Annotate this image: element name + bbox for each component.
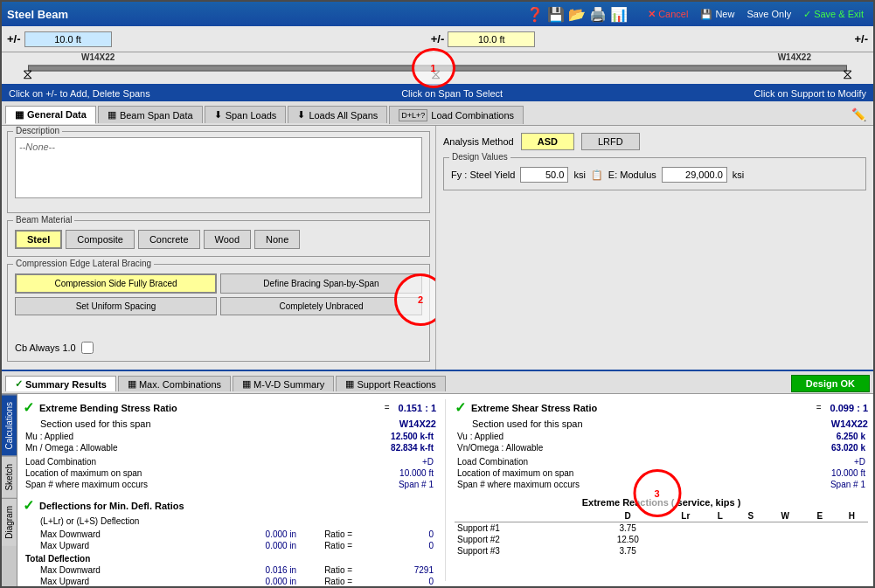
graph-icon[interactable]: 📊 xyxy=(610,6,628,23)
bending-table: Mu : Applied 12.500 k-ft Mn / Omega : Al… xyxy=(23,431,436,490)
save-exit-button[interactable]: ✓ Save & Exit xyxy=(799,7,868,22)
tab-beam-span-data[interactable]: ▦ Beam Span Data xyxy=(98,106,203,123)
description-input[interactable]: --None-- xyxy=(15,137,422,198)
window-title: Steel Beam xyxy=(7,8,68,21)
support3-s xyxy=(735,545,767,557)
asd-button[interactable]: ASD xyxy=(521,133,574,150)
help-icon[interactable]: ❓ xyxy=(526,6,544,23)
annotation-circle-2: 2 xyxy=(394,273,436,326)
span1-pm[interactable]: +/- xyxy=(7,32,21,45)
reactions-table: D Lr L S W E H xyxy=(455,510,868,557)
span1-input[interactable] xyxy=(24,31,112,47)
reactions-col-s: S xyxy=(735,510,767,522)
e-input[interactable] xyxy=(662,167,727,183)
support1-e xyxy=(804,522,836,535)
cb-checkbox[interactable] xyxy=(81,342,94,354)
side-tab-diagram[interactable]: Diagram xyxy=(2,498,17,546)
vu-label: Vu : Applied xyxy=(455,431,769,442)
analysis-method-section: Analysis Method ASD LRFD xyxy=(443,133,866,150)
print-icon[interactable]: 🖨️ xyxy=(589,6,607,23)
bending-equals: = xyxy=(385,403,390,412)
side-tabs: Calculations Sketch Diagram xyxy=(2,394,17,586)
support1-w xyxy=(767,522,804,535)
support1-h xyxy=(836,522,868,535)
mu-value: 12.500 k-ft xyxy=(323,431,436,442)
brace-span-by-span-btn[interactable]: Define Bracing Span-by-Span xyxy=(220,273,422,294)
bending-section-used: Section used for this span W14X22 xyxy=(40,419,436,429)
brace-unbraced-btn[interactable]: Completely Unbraced xyxy=(220,297,422,315)
tab-load-combinations[interactable]: D+L+? Load Combinations xyxy=(389,106,524,124)
support2-w xyxy=(767,534,804,545)
tab-span-loads[interactable]: ⬇ Span Loads xyxy=(205,106,287,123)
mn-value: 82.834 k-ft xyxy=(323,442,436,453)
support3-d: 3.75 xyxy=(590,545,666,557)
shear-section: ✓ Extreme Shear Stress Ratio = 0.099 : 1… xyxy=(445,399,868,581)
shear-loc-value: 10.000 ft xyxy=(769,467,868,479)
check-tab-icon: ✓ xyxy=(15,378,23,390)
material-steel-btn[interactable]: Steel xyxy=(15,230,62,249)
support2-d: 12.50 xyxy=(590,534,666,545)
tab-mvd-summary[interactable]: ▦ M-V-D Summary xyxy=(233,376,334,391)
support1-label: Support #1 xyxy=(455,522,590,535)
side-tab-calculations[interactable]: Calculations xyxy=(2,394,17,456)
table-icon2[interactable]: 📋 xyxy=(591,169,603,181)
shear-header: ✓ Extreme Shear Stress Ratio = 0.099 : 1 xyxy=(455,399,868,416)
shear-span-label: Span # where maximum occurs xyxy=(455,479,769,490)
tab-max-combinations[interactable]: ▦ Max. Combinations xyxy=(118,376,231,391)
bending-loc-label: Location of maximum on span xyxy=(23,467,323,479)
bending-loc-value: 10.000 ft xyxy=(323,467,436,479)
description-legend: Description xyxy=(13,126,62,135)
material-none-btn[interactable]: None xyxy=(254,230,300,249)
tab-support-reactions[interactable]: ▦ Support Reactions xyxy=(336,376,446,391)
support1-d: 3.75 xyxy=(590,522,666,535)
bracing-legend: Compression Edge Lateral Bracing xyxy=(13,259,154,268)
info-right: Click on Support to Modify xyxy=(754,88,866,99)
total-up-value: 0.000 in xyxy=(213,576,300,586)
calc-panel: ✓ Summary Results ▦ Max. Combinations ▦ … xyxy=(2,370,873,586)
shear-lc-label: Load Combination xyxy=(455,456,769,467)
material-wood-btn[interactable]: Wood xyxy=(204,230,252,249)
shear-check-icon: ✓ xyxy=(455,399,466,416)
material-concrete-btn[interactable]: Concrete xyxy=(138,230,200,249)
analysis-method-row: Analysis Method ASD LRFD xyxy=(443,133,866,150)
cb-row: Cb Always 1.0 xyxy=(15,342,422,354)
tab-general-data[interactable]: ▦ General Data xyxy=(5,106,96,124)
bending-check-icon: ✓ xyxy=(23,399,34,416)
material-composite-btn[interactable]: Composite xyxy=(66,230,135,249)
design-ok-button[interactable]: Design OK xyxy=(791,375,870,392)
cancel-x-icon: ✕ xyxy=(648,9,656,20)
span2-section-label: W14X22 xyxy=(778,52,811,62)
span3-pm[interactable]: +/- xyxy=(854,32,868,45)
new-button[interactable]: 💾 New xyxy=(696,7,739,22)
deflection-table: Max Downward 0.000 in Ratio = 0 Max Upwa… xyxy=(23,529,436,586)
tab-loads-all-spans[interactable]: ⬇ Loads All Spans xyxy=(288,106,387,123)
span2-input[interactable] xyxy=(448,31,535,47)
support3-label: Support #3 xyxy=(455,545,590,557)
span3-section: +/- xyxy=(849,31,873,47)
vu-value: 6.250 k xyxy=(769,431,868,442)
reactions-col-support xyxy=(455,510,590,522)
side-tab-sketch[interactable]: Sketch xyxy=(2,456,17,498)
tab-summary-results[interactable]: ✓ Summary Results xyxy=(5,376,116,391)
fy-input[interactable] xyxy=(520,167,568,183)
info-bar: Click on +/- to Add, Delete Spans Click … xyxy=(2,86,873,101)
open-icon[interactable]: 📂 xyxy=(568,6,586,23)
edit-icon[interactable]: ✏️ xyxy=(851,107,866,121)
save-icon[interactable]: 💾 xyxy=(547,6,565,23)
table-icon3: ▦ xyxy=(128,378,136,390)
brace-fully-braced-btn[interactable]: Compression Side Fully Braced xyxy=(15,273,217,294)
reactions-row-2: Support #2 12.50 xyxy=(455,534,868,545)
calc-tabs-bar: ✓ Summary Results ▦ Max. Combinations ▦ … xyxy=(2,371,873,394)
shear-loc-label: Location of maximum on span xyxy=(455,467,769,479)
defl-max-down-label: Max Downward xyxy=(23,529,213,540)
ratio-eq-label4: Ratio = xyxy=(299,576,378,586)
brace-uniform-spacing-btn[interactable]: Set Uniform Spacing xyxy=(15,297,217,315)
cancel-button[interactable]: ✕ Cancel xyxy=(643,7,692,22)
span2-pm[interactable]: +/- xyxy=(431,32,445,45)
save-only-button[interactable]: Save Only xyxy=(742,7,795,21)
support3-h xyxy=(836,545,868,557)
info-left: Click on +/- to Add, Delete Spans xyxy=(9,88,150,99)
deflection-check-icon: ✓ xyxy=(23,497,34,514)
lrfd-button[interactable]: LRFD xyxy=(581,133,640,150)
bracing-grid: Compression Side Fully Braced Define Bra… xyxy=(15,273,422,315)
